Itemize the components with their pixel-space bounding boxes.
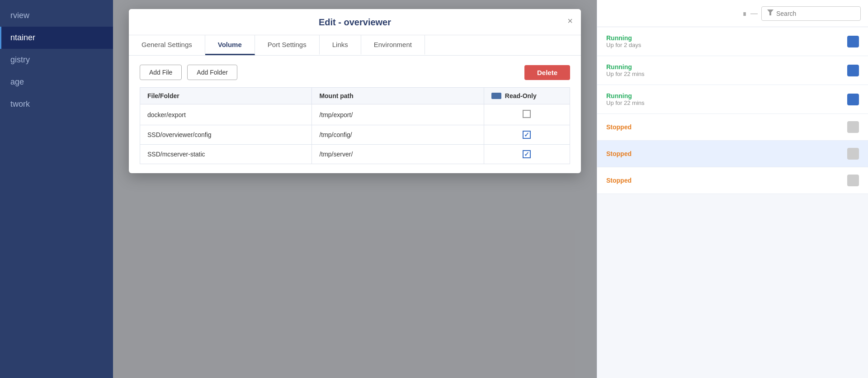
svg-marker-0 — [767, 9, 774, 15]
status-text: Stopped — [606, 177, 632, 184]
status-list: RunningUp for 2 daysRunningUp for 22 min… — [597, 27, 868, 194]
status-item[interactable]: Stopped — [597, 167, 868, 194]
checkbox-checked[interactable]: ✓ — [523, 131, 531, 139]
status-sublabel: Up for 22 mins — [606, 71, 645, 77]
edit-modal: Edit - overviewer × General Settings Vol… — [129, 9, 581, 173]
status-label: Stopped — [606, 123, 632, 131]
status-label: Stopped — [606, 177, 632, 184]
status-text: Stopped — [606, 150, 632, 157]
table-row: SSD/overviewer/config/tmp/config/✓ — [140, 125, 570, 145]
status-item[interactable]: Stopped — [597, 141, 868, 167]
readonly-icon — [491, 93, 501, 99]
status-action-button[interactable] — [847, 148, 859, 160]
status-item[interactable]: RunningUp for 22 mins — [597, 85, 868, 114]
cell-readonly[interactable]: ✓ — [484, 145, 570, 164]
status-action-button[interactable] — [847, 65, 859, 76]
sidebar-item-label: rview — [10, 11, 29, 20]
sidebar-item-label: gistry — [10, 55, 30, 64]
add-folder-button[interactable]: Add Folder — [187, 65, 237, 80]
status-label: Stopped — [606, 150, 632, 157]
table-row: docker/export/tmp/export/ — [140, 104, 570, 125]
sidebar-item-storage[interactable]: age — [0, 71, 113, 93]
sidebar-item-label: age — [10, 77, 24, 86]
status-action-button[interactable] — [847, 36, 859, 47]
tab-general-settings[interactable]: General Settings — [129, 35, 205, 55]
search-input[interactable] — [776, 10, 855, 17]
sidebar-item-registry[interactable]: gistry — [0, 49, 113, 71]
status-item[interactable]: RunningUp for 2 days — [597, 27, 868, 56]
tab-links[interactable]: Links — [320, 35, 361, 55]
cell-mount: /tmp/export/ — [312, 104, 484, 125]
tab-environment[interactable]: Environment — [361, 35, 425, 55]
sidebar-item-label: twork — [10, 99, 30, 109]
status-text: Stopped — [606, 123, 632, 131]
sidebar-item-overview[interactable]: rview — [0, 5, 113, 27]
status-label: Running — [606, 92, 645, 99]
sidebar-item-extra[interactable] — [0, 115, 113, 128]
sidebar-item-container[interactable]: ntainer — [0, 27, 113, 49]
tab-bar: General Settings Volume Port Settings Li… — [129, 35, 581, 56]
modal-actions: Add File Add Folder Delete — [140, 65, 570, 80]
readonly-header: Read-Only — [491, 92, 562, 99]
close-button[interactable]: × — [567, 16, 573, 25]
add-file-button[interactable]: Add File — [140, 65, 182, 80]
modal-overlay: Edit - overviewer × General Settings Vol… — [113, 0, 597, 378]
table-row: SSD/mcserver-static/tmp/server/✓ — [140, 145, 570, 164]
status-item[interactable]: RunningUp for 22 mins — [597, 56, 868, 85]
status-action-button[interactable] — [847, 175, 859, 186]
status-sublabel: Up for 2 days — [606, 42, 641, 48]
cell-file: SSD/overviewer/config — [140, 125, 312, 145]
cell-mount: /tmp/config/ — [312, 125, 484, 145]
sidebar-item-label: ntainer — [10, 33, 35, 42]
right-panel: ∎ — RunningUp for 2 daysRunningUp for 22… — [597, 0, 868, 378]
status-label: Running — [606, 63, 645, 71]
cell-mount: /tmp/server/ — [312, 145, 484, 164]
status-text: RunningUp for 2 days — [606, 34, 641, 48]
sidebar-item-network[interactable]: twork — [0, 93, 113, 115]
col-header-readonly: Read-Only — [484, 88, 570, 104]
status-label: Running — [606, 34, 641, 42]
tab-port-settings[interactable]: Port Settings — [255, 35, 320, 55]
col-header-mount: Mount path — [312, 88, 484, 104]
cell-readonly[interactable]: ✓ — [484, 125, 570, 145]
status-sublabel: Up for 22 mins — [606, 99, 645, 106]
filter-icon — [767, 9, 774, 18]
checkbox-checked[interactable]: ✓ — [523, 150, 531, 158]
modal-body: Add File Add Folder Delete File/Folder M… — [129, 56, 581, 173]
modal-title-bar: Edit - overviewer × — [129, 9, 581, 35]
search-box — [761, 6, 861, 21]
delete-button[interactable]: Delete — [524, 65, 570, 80]
sidebar: rview ntainer gistry age twork — [0, 0, 113, 378]
modal-title: Edit - overviewer — [140, 17, 570, 28]
status-action-button[interactable] — [847, 94, 859, 105]
restore-icon[interactable]: ∎ — [742, 9, 747, 18]
cell-file: docker/export — [140, 104, 312, 125]
status-text: RunningUp for 22 mins — [606, 92, 645, 106]
right-panel-header: ∎ — — [597, 0, 868, 27]
cell-readonly[interactable] — [484, 104, 570, 125]
checkbox-unchecked[interactable] — [523, 110, 531, 118]
col-header-file: File/Folder — [140, 88, 312, 104]
status-text: RunningUp for 22 mins — [606, 63, 645, 77]
status-action-button[interactable] — [847, 121, 859, 133]
minimize-icon[interactable]: — — [750, 9, 758, 18]
tab-volume[interactable]: Volume — [205, 35, 255, 55]
status-item[interactable]: Stopped — [597, 114, 868, 141]
cell-file: SSD/mcserver-static — [140, 145, 312, 164]
volume-table: File/Folder Mount path Read-Only — [140, 87, 570, 164]
